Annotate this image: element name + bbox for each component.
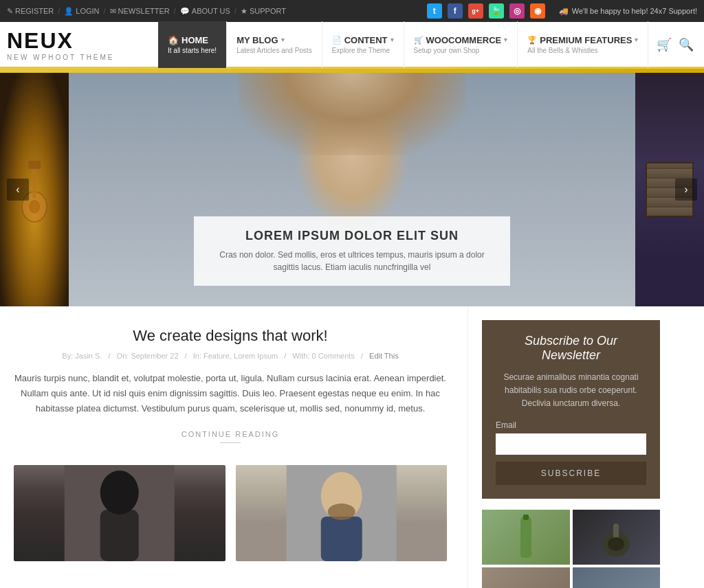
svg-rect-12	[523, 514, 529, 520]
slider-prev-button[interactable]: ‹	[7, 179, 29, 201]
slider-thumb-right: ›	[635, 73, 704, 306]
logo-tagline: NEW WPHOOT THEME	[7, 54, 158, 61]
hero-description: Cras non dolor. Sed mollis, eros et ultr…	[214, 249, 490, 273]
rss-social-icon[interactable]: ◉	[530, 3, 545, 19]
email-input[interactable]	[496, 433, 646, 455]
truck-icon: 🚚	[559, 7, 569, 16]
email-label: Email	[496, 420, 646, 430]
chevron-down-icon: ▾	[635, 36, 638, 43]
sidebar-photo-1	[482, 510, 570, 565]
nav-premium[interactable]: 🏆 PREMIUM FEATURES ▾ All the Bells & Whi…	[518, 21, 648, 68]
slider-next-button[interactable]: ›	[675, 179, 697, 201]
main-nav: 🏠 HOME It all starts here! MY BLOG ▾ Lat…	[158, 21, 697, 68]
support-text: 🚚 We'll be happy to help! 24x7 Support!	[559, 7, 697, 16]
nav-woocommerce[interactable]: 🛒 WOOCOMMERCE ▾ Setup your own Shop	[404, 21, 518, 68]
sidebar: Subscribe to Our Newsletter Securae anim…	[468, 306, 674, 588]
trophy-icon: 🏆	[527, 36, 537, 45]
article-meta: By: Jasin S. / On: September 22 / In: Fe…	[14, 352, 447, 360]
site-header: NEUX NEW WPHOOT THEME 🏠 HOME It all star…	[0, 22, 704, 69]
nav-premium-sub: All the Bells & Whistles	[527, 47, 638, 54]
nav-home-label: 🏠 HOME	[168, 35, 217, 45]
hero-title: LOREM IPSUM DOLOR ELIT SUN	[214, 229, 490, 243]
inkpot-icon	[595, 513, 637, 561]
newsletter-link[interactable]: ✉ NEWSLETTER	[110, 7, 170, 16]
cart-action-icon[interactable]: 🛒	[657, 37, 672, 52]
content-area: We create designs that work! By: Jasin S…	[0, 306, 704, 588]
person-silhouette-1	[14, 465, 226, 561]
top-bar-right: t f g+ 🍃 ◎ ◉ 🚚 We'll be happy to help! 2…	[427, 3, 697, 19]
twitter-social-icon[interactable]: t	[427, 3, 442, 19]
nav-blog[interactable]: MY BLOG ▾ Latest Articles and Posts	[227, 21, 322, 68]
home-icon: 🏠	[168, 35, 179, 45]
person-silhouette-2	[236, 465, 448, 561]
continue-reading-link[interactable]: CONTINUE READING	[14, 430, 447, 451]
newsletter-box: Subscribe to Our Newsletter Securae anim…	[482, 320, 660, 499]
lower-thumbnails	[14, 465, 447, 561]
svg-rect-11	[520, 517, 531, 558]
svg-point-5	[100, 471, 139, 514]
sidebar-photo-3	[482, 567, 570, 588]
article-date: On: September 22	[117, 352, 179, 360]
sidebar-photos	[482, 510, 660, 588]
top-bar-links: ✎ REGISTER / 👤 LOGIN / ✉ NEWSLETTER / 💬 …	[7, 7, 286, 16]
chevron-down-icon: ▾	[390, 36, 394, 43]
about-link[interactable]: 💬 ABOUT US	[180, 7, 230, 16]
hero-caption: LOREM IPSUM DOLOR ELIT SUN Cras non dolo…	[194, 216, 510, 286]
nav-woo-sub: Setup your own Shop	[414, 47, 508, 54]
svg-rect-6	[100, 510, 139, 561]
nav-content-sub: Explore the Theme	[332, 47, 394, 54]
hero-slider: ‹ LOREM IPSUM DOLOR ELIT SUN Cras non do…	[0, 73, 704, 306]
search-action-icon[interactable]: 🔍	[679, 37, 694, 52]
support-link[interactable]: ★ SUPPORT	[241, 7, 286, 16]
login-link[interactable]: 👤 LOGIN	[64, 7, 99, 16]
tripadvisor-social-icon[interactable]: 🍃	[489, 3, 504, 19]
article-title: We create designs that work!	[14, 327, 447, 345]
nav-blog-sub: Latest Articles and Posts	[236, 47, 312, 54]
logo-area: NEUX NEW WPHOOT THEME	[7, 28, 158, 61]
top-bar: ✎ REGISTER / 👤 LOGIN / ✉ NEWSLETTER / 💬 …	[0, 0, 704, 22]
newsletter-description: Securae animalibus minantia cognati habi…	[496, 371, 646, 411]
logo[interactable]: NEUX	[7, 28, 158, 54]
thumbnail-beard-man	[236, 465, 448, 561]
thumbnail-dark-hair	[14, 465, 226, 561]
instagram-social-icon[interactable]: ◎	[509, 3, 525, 19]
article-author: By: Jasin S.	[62, 352, 102, 360]
bottle-icon	[505, 513, 547, 561]
svg-rect-9	[320, 517, 362, 561]
svg-rect-3	[28, 161, 41, 169]
chevron-down-icon: ▾	[504, 36, 507, 43]
nav-home[interactable]: 🏠 HOME It all starts here!	[158, 21, 227, 68]
svg-point-15	[608, 537, 624, 551]
register-link[interactable]: ✎ REGISTER	[7, 7, 54, 16]
article-comments: With: 0 Comments	[292, 352, 354, 360]
hero-hair	[239, 73, 465, 155]
subscribe-button[interactable]: SUBSCRIBE	[496, 462, 646, 485]
article-body: Mauris turpis nunc, blandit et, volutpat…	[14, 371, 447, 416]
article-category: In: Feature, Lorem Ipsum	[193, 352, 278, 360]
nav-actions: 🛒 🔍	[657, 21, 697, 68]
svg-point-1	[29, 200, 40, 214]
google-social-icon[interactable]: g+	[468, 3, 483, 19]
chevron-down-icon: ▾	[281, 36, 285, 43]
facebook-social-icon[interactable]: f	[448, 3, 463, 19]
nav-home-sub: It all starts here!	[168, 47, 217, 54]
sidebar-photo-2	[573, 510, 661, 565]
svg-point-10	[327, 504, 355, 520]
newsletter-title: Subscribe to Our Newsletter	[496, 334, 646, 363]
main-content: We create designs that work! By: Jasin S…	[0, 306, 468, 588]
hero-main: LOREM IPSUM DOLOR ELIT SUN Cras non dolo…	[69, 73, 635, 306]
cart-icon: 🛒	[414, 36, 424, 45]
slider-thumb-left: ‹	[0, 73, 69, 306]
sidebar-photo-4	[573, 567, 661, 588]
edit-this-link[interactable]: Edit This	[369, 352, 399, 360]
document-icon: 📄	[332, 36, 342, 45]
nav-content[interactable]: 📄 CONTENT ▾ Explore the Theme	[322, 21, 404, 68]
